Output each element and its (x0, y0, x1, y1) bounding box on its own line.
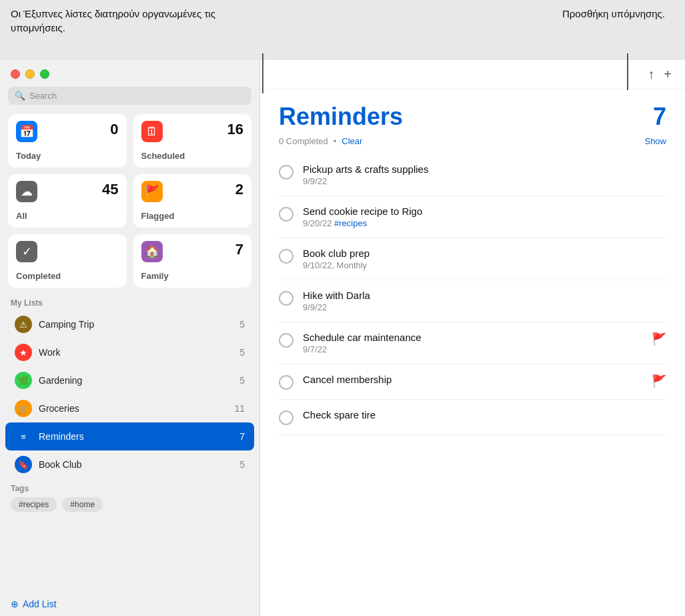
family-icon: 🏠 (141, 241, 163, 262)
reminder-tag-recipes[interactable]: #recipes (334, 218, 367, 228)
reminders-header: Reminders 7 (260, 89, 685, 133)
reminder-item-6: Cancel membership 🚩 (279, 364, 666, 400)
gardening-icon: 🌿 (15, 372, 32, 389)
reminder-checkbox-1[interactable] (279, 165, 293, 180)
reminder-item-2: Send cookie recipe to Rigo 9/20/22 #reci… (279, 196, 666, 238)
camping-label: Camping Trip (39, 319, 233, 330)
list-item-reminders[interactable]: ≡ Reminders 7 (5, 422, 254, 450)
smart-list-today[interactable]: 📅 0 Today (8, 114, 127, 168)
reminder-subtitle-5: 9/7/22 (303, 344, 642, 354)
reminder-checkbox-5[interactable] (279, 333, 293, 348)
close-button[interactable] (11, 69, 20, 79)
flagged-label: Flagged (141, 211, 244, 221)
reminder-subtitle-3: 9/10/22, Monthly (303, 260, 666, 270)
family-label: Family (141, 271, 244, 281)
groceries-label: Groceries (39, 403, 227, 414)
reminders-total-count: 7 (653, 103, 666, 131)
list-item-groceries[interactable]: 🛒 Groceries 11 (5, 394, 254, 422)
list-item-work[interactable]: ★ Work 5 (5, 338, 254, 366)
family-count: 7 (235, 241, 243, 258)
app-container: 🔍 Search 📅 0 Today 🗓 16 Scheduled (0, 60, 685, 616)
reminder-subtitle-1: 9/9/22 (303, 176, 666, 186)
groceries-icon: 🛒 (15, 400, 32, 417)
scheduled-count: 16 (227, 121, 243, 138)
all-icon: ☁ (16, 181, 37, 202)
search-bar[interactable]: 🔍 Search (8, 87, 251, 105)
reminder-subtitle-2: 9/20/22 #recipes (303, 218, 666, 228)
reminders-label: Reminders (39, 431, 233, 442)
annotation-left: Οι Έξυπνες λίστες διατηρούν οργανωμένες … (0, 0, 260, 41)
reminder-checkbox-6[interactable] (279, 375, 293, 390)
work-label: Work (39, 347, 233, 358)
smart-list-completed[interactable]: ✓ Completed (8, 234, 127, 288)
reminder-title-5: Schedule car maintenance (303, 332, 642, 343)
tags-section: Tags #recipes #home (0, 479, 259, 515)
completed-label: Completed (16, 271, 119, 281)
completed-bar: 0 Completed • Clear Show (260, 133, 685, 154)
flagged-icon: 🚩 (141, 181, 163, 202)
tags-row: #recipes #home (11, 497, 249, 512)
reminder-flag-6: 🚩 (652, 374, 666, 388)
search-icon: 🔍 (15, 91, 25, 101)
scheduled-icon: 🗓 (141, 121, 163, 142)
list-item-camping[interactable]: ⚠ Camping Trip 5 (5, 310, 254, 338)
share-button[interactable]: ↑ (648, 67, 654, 82)
clear-button[interactable]: Clear (341, 136, 362, 146)
my-lists-section-label: My Lists (0, 294, 259, 310)
bookclub-label: Book Club (39, 459, 233, 470)
sidebar: 🔍 Search 📅 0 Today 🗓 16 Scheduled (0, 60, 260, 616)
smart-list-family[interactable]: 🏠 7 Family (133, 234, 252, 288)
show-button[interactable]: Show (644, 136, 666, 146)
scheduled-label: Scheduled (141, 151, 244, 161)
reminder-checkbox-2[interactable] (279, 207, 293, 222)
bookclub-icon: 🔖 (15, 456, 32, 473)
maximize-button[interactable] (40, 69, 49, 79)
work-count: 5 (239, 347, 245, 358)
work-icon: ★ (15, 344, 32, 361)
tags-section-label: Tags (11, 484, 249, 497)
main-content: ↑ + Reminders 7 0 Completed • Clear Show… (260, 60, 685, 616)
reminders-title: Reminders (279, 103, 403, 131)
completed-text: 0 Completed (279, 136, 328, 146)
reminder-subtitle-4: 9/9/22 (303, 302, 666, 312)
reminder-title-2: Send cookie recipe to Rigo (303, 206, 666, 217)
search-input[interactable]: Search (29, 91, 57, 101)
reminder-flag-5: 🚩 (652, 332, 666, 346)
reminder-item-4: Hike with Darla 9/9/22 (279, 280, 666, 322)
smart-list-flagged[interactable]: 🚩 2 Flagged (133, 174, 252, 228)
today-label: Today (16, 151, 119, 161)
add-list-button[interactable]: ⊕ Add List (0, 592, 259, 616)
list-item-gardening[interactable]: 🌿 Gardening 5 (5, 366, 254, 394)
reminder-title-3: Book club prep (303, 248, 666, 259)
gardening-label: Gardening (39, 375, 233, 386)
camping-icon: ⚠ (15, 316, 32, 333)
add-list-label: Add List (23, 599, 57, 609)
reminder-checkbox-7[interactable] (279, 410, 293, 425)
smart-list-all[interactable]: ☁ 45 All (8, 174, 127, 228)
reminders-icon: ≡ (15, 428, 32, 445)
minimize-button[interactable] (25, 69, 35, 79)
window-controls (0, 60, 259, 87)
add-list-plus-icon: ⊕ (11, 599, 19, 609)
tag-pill-2[interactable]: #home (62, 497, 103, 512)
flagged-count: 2 (235, 181, 243, 198)
gardening-count: 5 (239, 375, 245, 386)
reminder-title-7: Check spare tire (303, 409, 666, 420)
add-reminder-button[interactable]: + (664, 67, 672, 82)
reminder-checkbox-3[interactable] (279, 249, 293, 264)
tag-pill-1[interactable]: #recipes (11, 497, 57, 512)
reminder-title-4: Hike with Darla (303, 290, 666, 301)
bookclub-count: 5 (239, 459, 245, 470)
reminder-list: Pickup arts & crafts supplies 9/9/22 Sen… (260, 154, 685, 616)
reminder-title-1: Pickup arts & crafts supplies (303, 164, 666, 175)
all-label: All (16, 211, 119, 221)
list-item-bookclub[interactable]: 🔖 Book Club 5 (5, 450, 254, 479)
smart-list-scheduled[interactable]: 🗓 16 Scheduled (133, 114, 252, 168)
main-toolbar: ↑ + (260, 60, 685, 89)
reminders-count: 7 (239, 431, 245, 442)
annotation-right: Προσθήκη υπόμνησης. (558, 0, 665, 27)
reminder-item-3: Book club prep 9/10/22, Monthly (279, 238, 666, 280)
dot-separator: • (333, 136, 337, 146)
reminder-checkbox-4[interactable] (279, 291, 293, 306)
all-count: 45 (102, 181, 118, 198)
